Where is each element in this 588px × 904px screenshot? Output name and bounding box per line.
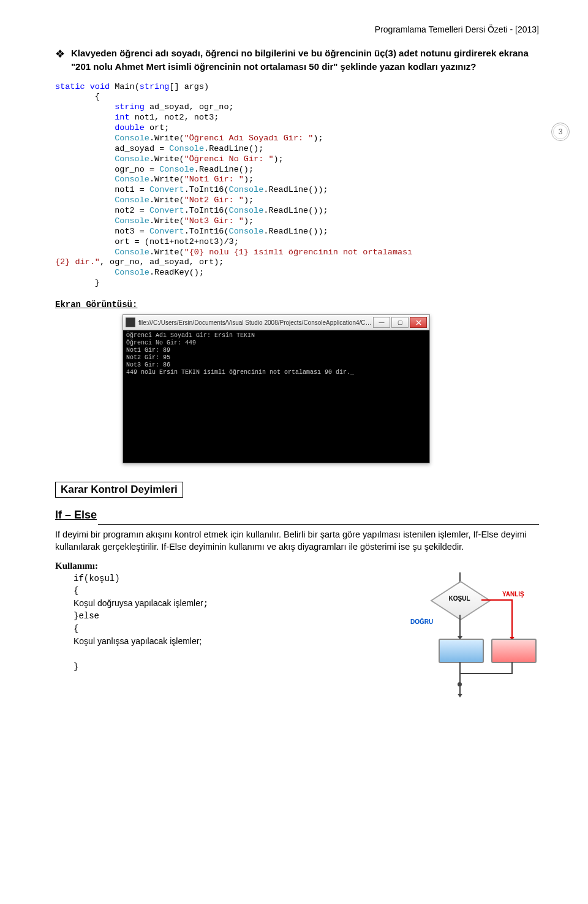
flow-true-label: DOĞRU bbox=[410, 618, 433, 625]
section-heading: Karar Kontrol Deyimleri bbox=[55, 482, 183, 498]
minimize-button[interactable]: — bbox=[373, 317, 390, 328]
flow-false-box bbox=[491, 639, 537, 663]
console-output: Öğrenci Adı Soyadı Gir: Ersin TEKIN Öğre… bbox=[123, 330, 429, 463]
console-window: file:///C:/Users/Ersin/Documents/Visual … bbox=[123, 314, 430, 463]
usage-code: if(koşul) { Koşul doğruysa yapılacak işl… bbox=[55, 572, 380, 673]
problem-statement: Klavyeden öğrenci adı soyadı, öğrenci no… bbox=[71, 47, 539, 74]
flow-false-label: YANLIŞ bbox=[502, 591, 524, 598]
flow-condition: KOŞUL bbox=[437, 595, 481, 602]
console-title: file:///C:/Users/Ersin/Documents/Visual … bbox=[138, 319, 372, 326]
maximize-button[interactable]: ▢ bbox=[391, 317, 409, 328]
if-else-description: If deyimi bir programın akışını kontrol … bbox=[55, 528, 539, 553]
page-number-badge: 3 bbox=[551, 123, 570, 141]
bullet-icon: ❖ bbox=[55, 47, 65, 61]
screenshot-label: Ekran Görüntüsü: bbox=[55, 300, 539, 310]
console-app-icon bbox=[126, 317, 135, 327]
flowchart: KOŞUL YANLIŞ DOĞRU bbox=[386, 572, 539, 695]
usage-label: Kullanımı: bbox=[55, 561, 539, 571]
page-header: Programlama Temelleri Dersi Özeti - [201… bbox=[55, 25, 539, 34]
if-else-heading: If – Else bbox=[55, 509, 539, 522]
code-block: static void Main(string[] args) { string… bbox=[55, 82, 539, 289]
flow-true-box bbox=[439, 639, 484, 663]
close-button[interactable] bbox=[410, 317, 427, 328]
console-titlebar: file:///C:/Users/Ersin/Documents/Visual … bbox=[123, 315, 429, 330]
